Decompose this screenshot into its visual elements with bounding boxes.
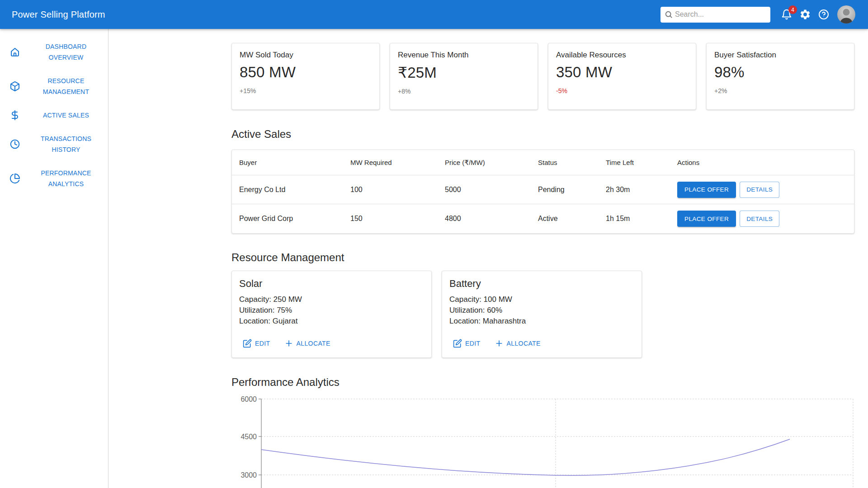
stat-title: MW Sold Today: [240, 51, 372, 60]
stat-delta: +15%: [240, 87, 372, 94]
box-icon: [9, 81, 20, 92]
stat-value: ₹25M: [398, 64, 530, 81]
edit-icon: [243, 339, 252, 348]
settings-button[interactable]: [799, 8, 811, 21]
stat-title: Available Resources: [556, 51, 688, 60]
performance-analytics-title: Performance Analytics: [231, 375, 854, 389]
sidebar-item-transactions-history[interactable]: TRANSACTIONS HISTORY: [0, 127, 108, 161]
cell-status: Pending: [531, 186, 599, 194]
resource-capacity: Capacity: 250 MW: [239, 294, 424, 305]
avatar-photo: [837, 5, 855, 23]
stat-title: Revenue This Month: [398, 51, 530, 60]
y-tick-label: 6000: [241, 395, 257, 403]
allocate-label: ALLOCATE: [507, 340, 541, 347]
performance-line-chart: 6000 4500 3000: [231, 394, 854, 488]
sidebar-item-active-sales[interactable]: ACTIVE SALES: [0, 103, 108, 127]
sidebar-item-label: RESOURCE MANAGEMENT: [30, 75, 102, 97]
details-button[interactable]: DETAILS: [740, 211, 779, 227]
sidebar: DASHBOARD OVERVIEW RESOURCE MANAGEMENT A…: [0, 29, 108, 488]
gear-icon: [799, 9, 811, 20]
edit-label: EDIT: [465, 340, 481, 347]
resource-cards: Solar Capacity: 250 MW Utilization: 75% …: [231, 271, 854, 358]
cell-price: 5000: [438, 186, 531, 194]
resource-management-title: Resource Management: [231, 251, 854, 264]
sidebar-item-label: TRANSACTIONS HISTORY: [30, 133, 102, 155]
edit-button[interactable]: EDIT: [449, 336, 484, 351]
stat-delta: +8%: [398, 88, 530, 95]
stat-value: 98%: [714, 64, 846, 81]
sidebar-item-resource-management[interactable]: RESOURCE MANAGEMENT: [0, 69, 108, 103]
column-header-status: Status: [531, 159, 599, 166]
chart-data-line: [261, 439, 790, 475]
stat-card-buyer-satisfaction: Buyer Satisfaction 98% +2%: [706, 43, 854, 110]
y-tick-label: 4500: [241, 433, 257, 441]
resource-actions: EDIT ALLOCATE: [239, 336, 424, 351]
cell-actions: PLACE OFFER DETAILS: [670, 182, 854, 198]
sidebar-item-label: PERFORMANCE ANALYTICS: [30, 168, 102, 189]
dollar-icon: [9, 110, 20, 121]
app-bar: Power Selling Platform 4: [0, 0, 868, 29]
avatar[interactable]: [837, 5, 855, 23]
cell-status: Active: [531, 215, 599, 223]
cell-actions: PLACE OFFER DETAILS: [670, 211, 854, 227]
resource-card-battery: Battery Capacity: 100 MW Utilization: 60…: [442, 271, 642, 358]
search-input[interactable]: [660, 7, 770, 23]
app-title: Power Selling Platform: [12, 9, 105, 20]
cell-buyer: Energy Co Ltd: [232, 186, 343, 194]
sidebar-item-label: DASHBOARD OVERVIEW: [30, 41, 102, 63]
column-header-mw-required: MW Required: [343, 159, 438, 166]
details-button[interactable]: DETAILS: [740, 182, 779, 198]
resource-capacity: Capacity: 100 MW: [449, 294, 634, 305]
cell-time-left: 1h 15m: [599, 215, 670, 223]
notifications-button[interactable]: 4: [780, 8, 793, 21]
column-header-actions: Actions: [670, 159, 854, 166]
resource-actions: EDIT ALLOCATE: [449, 336, 634, 351]
search-icon: [664, 10, 673, 19]
cell-mw-required: 150: [343, 215, 438, 223]
search-box: [660, 7, 770, 23]
stat-cards: MW Sold Today 850 MW +15% Revenue This M…: [231, 43, 854, 110]
place-offer-button[interactable]: PLACE OFFER: [677, 211, 736, 227]
allocate-button[interactable]: ALLOCATE: [491, 336, 544, 351]
edit-label: EDIT: [255, 340, 270, 347]
stat-delta: +2%: [714, 87, 846, 94]
clock-icon: [9, 139, 20, 150]
plus-icon: [284, 339, 293, 348]
stat-card-mw-sold: MW Sold Today 850 MW +15%: [231, 43, 380, 110]
allocate-label: ALLOCATE: [297, 340, 330, 347]
active-sales-title: Active Sales: [231, 127, 854, 141]
main-content: MW Sold Today 850 MW +15% Revenue This M…: [231, 29, 854, 488]
stat-card-revenue: Revenue This Month ₹25M +8%: [390, 43, 538, 110]
column-header-price: Price (₹/MW): [438, 159, 531, 167]
help-icon: [818, 9, 830, 20]
resource-card-solar: Solar Capacity: 250 MW Utilization: 75% …: [231, 271, 432, 358]
edit-icon: [453, 339, 462, 348]
column-header-time-left: Time Left: [599, 159, 670, 166]
cell-mw-required: 100: [343, 186, 438, 194]
resource-name: Solar: [239, 278, 424, 290]
home-icon: [9, 47, 20, 57]
stat-title: Buyer Satisfaction: [714, 51, 846, 60]
pie-chart-icon: [9, 173, 20, 184]
table-header-row: Buyer MW Required Price (₹/MW) Status Ti…: [232, 150, 854, 175]
resource-utilization: Utilization: 60%: [449, 305, 634, 316]
active-sales-table: Buyer MW Required Price (₹/MW) Status Ti…: [231, 150, 854, 234]
help-button[interactable]: [817, 8, 830, 21]
table-row: Power Grid Corp 150 4800 Active 1h 15m P…: [232, 204, 854, 233]
stat-value: 350 MW: [556, 64, 688, 81]
resource-utilization: Utilization: 75%: [239, 305, 424, 316]
plus-icon: [495, 339, 504, 348]
cell-buyer: Power Grid Corp: [232, 215, 343, 223]
sidebar-item-dashboard-overview[interactable]: DASHBOARD OVERVIEW: [0, 35, 108, 69]
sidebar-item-label: ACTIVE SALES: [30, 110, 102, 121]
notification-badge: 4: [788, 5, 797, 14]
edit-button[interactable]: EDIT: [239, 336, 274, 351]
resource-location: Location: Gujarat: [239, 316, 424, 327]
sidebar-item-performance-analytics[interactable]: PERFORMANCE ANALYTICS: [0, 161, 108, 196]
y-tick-label: 3000: [241, 471, 257, 479]
allocate-button[interactable]: ALLOCATE: [281, 336, 334, 351]
table-row: Energy Co Ltd 100 5000 Pending 2h 30m PL…: [232, 175, 854, 204]
place-offer-button[interactable]: PLACE OFFER: [677, 182, 736, 198]
column-header-buyer: Buyer: [232, 159, 343, 166]
stat-card-available-resources: Available Resources 350 MW -5%: [548, 43, 696, 110]
